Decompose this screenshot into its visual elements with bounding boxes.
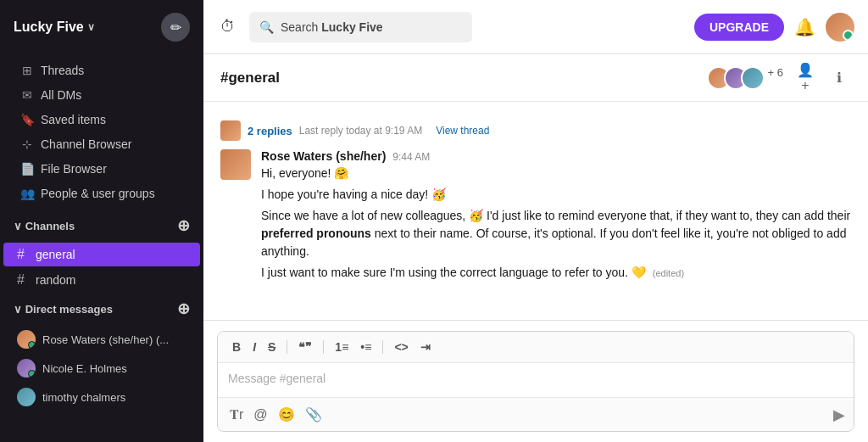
member-avatars[interactable]: + 6 — [707, 66, 783, 90]
history-button[interactable]: ⏱ — [217, 14, 239, 39]
input-toolbar: B I S ❝❞ 1≡ •≡ <> ⇥ — [218, 332, 854, 363]
dm-section-label: ∨ Direct messages — [14, 303, 113, 316]
channels-section-header[interactable]: ∨ Channels ⊕ — [0, 210, 203, 242]
channel-browser-icon: ⊹ — [20, 137, 34, 151]
view-thread-link[interactable]: View thread — [436, 125, 489, 137]
saved-icon: 🔖 — [20, 113, 34, 126]
chat-area: 2 replies Last reply today at 9:19 AM Vi… — [203, 102, 868, 320]
saved-items-label: Saved items — [41, 113, 106, 126]
toolbar-separator-3 — [382, 340, 383, 354]
reply-count[interactable]: 2 replies — [248, 125, 292, 137]
rose-time: 9:44 AM — [392, 151, 430, 163]
channel-hash-icon: # — [17, 247, 29, 262]
people-icon: 👥 — [20, 187, 34, 200]
sidebar-header: Lucky Five ∨ ✏ — [0, 0, 203, 54]
message-input[interactable]: Message #general — [218, 363, 854, 397]
threads-icon: ⊞ — [20, 64, 34, 77]
attach-button[interactable]: 📎 — [302, 403, 326, 426]
toolbar-separator-2 — [323, 340, 324, 354]
dm-item-timothy[interactable]: timothy chalmers — [3, 383, 200, 411]
workspace-label: Lucky Five — [14, 20, 84, 35]
dms-icon: ✉ — [20, 88, 34, 102]
member-count: + 6 — [768, 66, 783, 90]
message-rose: Rose Waters (she/her) 9:44 AM Hi, everyo… — [220, 149, 851, 285]
topbar: ⏱ 🔍 Search Lucky Five UPGRADE 🔔 — [203, 0, 868, 54]
rose-msg-header: Rose Waters (she/her) 9:44 AM — [261, 149, 851, 163]
quote-button[interactable]: ❝❞ — [294, 338, 316, 355]
input-bottom-toolbar: 𝐓r @ 😊 📎 ▶ — [218, 397, 854, 431]
reply-avatar — [220, 120, 241, 141]
nicole-avatar — [17, 359, 36, 378]
sidebar: Lucky Five ∨ ✏ ⊞ Threads ✉ All DMs 🔖 Sav… — [0, 0, 203, 442]
sidebar-nav: ⊞ Threads ✉ All DMs 🔖 Saved items ⊹ Chan… — [0, 54, 203, 210]
add-member-button[interactable]: 👤+ — [793, 66, 817, 90]
workspace-chevron: ∨ — [87, 21, 95, 33]
main-content: ⏱ 🔍 Search Lucky Five UPGRADE 🔔 #general… — [203, 0, 868, 442]
member-avatar-3 — [741, 66, 765, 90]
dm-item-nicole[interactable]: Nicole E. Holmes — [3, 355, 200, 382]
dm-item-rose[interactable]: Rose Waters (she/her) (... — [3, 326, 200, 353]
code-button[interactable]: <> — [390, 338, 412, 355]
add-channel-button[interactable]: ⊕ — [177, 216, 190, 235]
sidebar-item-all-dms[interactable]: ✉ All DMs — [7, 83, 197, 107]
input-placeholder: Message #general — [228, 372, 326, 385]
message-input-area: B I S ❝❞ 1≡ •≡ <> ⇥ Message #general 𝐓r … — [203, 320, 868, 442]
channel-random-label: random — [36, 273, 75, 287]
indent-button[interactable]: ⇥ — [416, 338, 435, 355]
channel-general-label: general — [36, 248, 75, 261]
strikethrough-button[interactable]: S — [264, 338, 280, 355]
bold-button[interactable]: B — [228, 338, 245, 355]
dm-timothy-label: timothy chalmers — [42, 391, 125, 404]
channel-browser-label: Channel Browser — [41, 137, 131, 151]
channel-title: #general — [220, 70, 707, 87]
info-button[interactable]: ℹ — [827, 66, 851, 90]
file-browser-label: File Browser — [41, 162, 107, 176]
upgrade-button[interactable]: UPGRADE — [694, 14, 784, 41]
reply-meta: Last reply today at 9:19 AM — [299, 125, 422, 137]
rose-author: Rose Waters (she/her) — [261, 149, 386, 163]
rose-msg-text: Hi, everyone! 🤗 I hope you're having a n… — [261, 165, 851, 282]
toolbar-separator-1 — [287, 340, 287, 354]
add-dm-button[interactable]: ⊕ — [177, 299, 190, 318]
sidebar-item-channel-browser[interactable]: ⊹ Channel Browser — [7, 132, 197, 156]
channel-actions: + 6 👤+ ℹ — [707, 66, 851, 90]
search-bar[interactable]: 🔍 Search Lucky Five — [249, 12, 472, 42]
send-button[interactable]: ▶ — [833, 406, 845, 424]
user-avatar[interactable] — [826, 13, 854, 42]
sidebar-item-file-browser[interactable]: 📄 File Browser — [7, 157, 197, 181]
timothy-avatar — [17, 388, 36, 406]
channel-header: #general + 6 👤+ ℹ — [203, 54, 868, 102]
search-icon: 🔍 — [259, 20, 274, 34]
sidebar-item-saved-items[interactable]: 🔖 Saved items — [7, 108, 197, 131]
mention-button[interactable]: @ — [250, 404, 270, 426]
input-box: B I S ❝❞ 1≡ •≡ <> ⇥ Message #general 𝐓r … — [217, 331, 854, 432]
channel-hash-icon: # — [17, 272, 29, 288]
search-text: Search Lucky Five — [281, 20, 383, 34]
notifications-button[interactable]: 🔔 — [794, 17, 815, 37]
bottom-tools: 𝐓r @ 😊 📎 — [226, 403, 833, 426]
all-dms-label: All DMs — [41, 88, 81, 102]
channels-section-label: ∨ Channels — [14, 220, 75, 232]
sidebar-item-people-user-groups[interactable]: 👥 People & user groups — [7, 182, 197, 205]
rose-avatar — [17, 330, 36, 349]
dm-nicole-label: Nicole E. Holmes — [42, 362, 127, 375]
workspace-name[interactable]: Lucky Five ∨ — [14, 20, 95, 35]
text-format-button[interactable]: 𝐓r — [226, 404, 247, 426]
threads-label: Threads — [41, 64, 84, 77]
channel-item-random[interactable]: # random — [3, 268, 200, 292]
rose-msg-avatar — [220, 149, 251, 180]
thread-reply-bar: 2 replies Last reply today at 9:19 AM Vi… — [220, 115, 851, 149]
dm-rose-label: Rose Waters (she/her) (... — [42, 333, 169, 346]
bullet-list-button[interactable]: •≡ — [356, 338, 376, 355]
channel-item-general[interactable]: # general — [3, 243, 200, 266]
emoji-button[interactable]: 😊 — [275, 403, 298, 426]
file-browser-icon: 📄 — [20, 162, 34, 176]
people-label: People & user groups — [41, 187, 155, 200]
sidebar-item-threads[interactable]: ⊞ Threads — [7, 59, 197, 82]
edit-button[interactable]: ✏ — [161, 13, 190, 42]
dm-section-header[interactable]: ∨ Direct messages ⊕ — [0, 293, 203, 325]
rose-msg-content: Rose Waters (she/her) 9:44 AM Hi, everyo… — [261, 149, 851, 285]
italic-button[interactable]: I — [248, 338, 260, 355]
ordered-list-button[interactable]: 1≡ — [331, 338, 353, 355]
